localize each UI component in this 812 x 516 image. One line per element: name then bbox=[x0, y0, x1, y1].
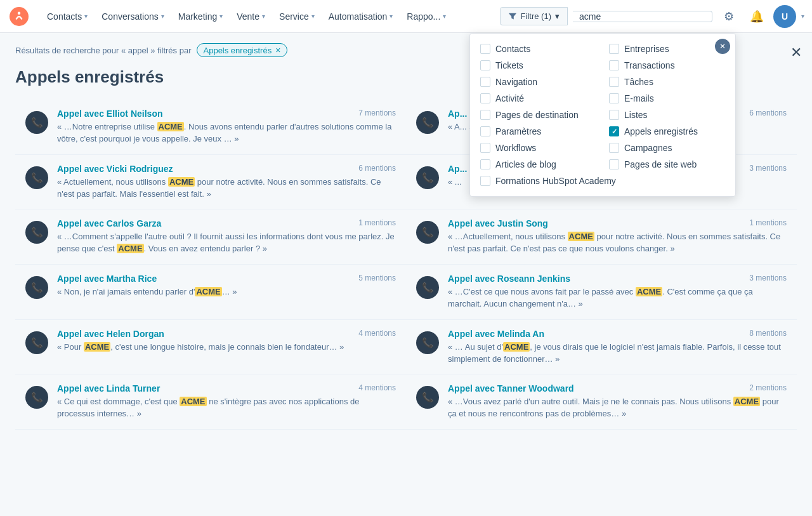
result-mentions: 4 mentions bbox=[358, 329, 396, 338]
filter-checkbox-contacts[interactable] bbox=[480, 44, 490, 54]
result-item[interactable]: 📞 Appel avec Carlos Garza 1 mentions « …… bbox=[15, 209, 406, 265]
result-mentions: 5 mentions bbox=[358, 274, 396, 282]
result-title[interactable]: Appel avec Elliot Neilson bbox=[57, 109, 163, 119]
result-title[interactable]: Appel avec Helen Dorgan bbox=[57, 329, 164, 339]
result-title[interactable]: Appel avec Melinda An bbox=[448, 329, 544, 339]
highlight: ACME bbox=[84, 342, 110, 352]
result-item[interactable]: 📞 Appel avec Helen Dorgan 4 mentions « P… bbox=[15, 320, 406, 375]
filter-item-listes[interactable]: Listes bbox=[609, 110, 725, 120]
filter-item-navigation[interactable]: Navigation bbox=[480, 77, 596, 87]
filter-checkbox-campagnes[interactable] bbox=[609, 143, 619, 153]
nav-contacts[interactable]: Contacts ▾ bbox=[41, 8, 94, 25]
filter-label-listes: Listes bbox=[624, 110, 648, 120]
phone-icon: 📞 bbox=[416, 166, 439, 189]
search-input[interactable] bbox=[579, 11, 705, 22]
result-content: Appel avec Roseann Jenkins 3 mentions « … bbox=[448, 274, 787, 310]
filter-checkbox-entreprises[interactable] bbox=[609, 44, 619, 54]
breadcrumb-text: Résultats de recherche pour « appel » fi… bbox=[15, 46, 192, 55]
nav-automatisation[interactable]: Automatisation ▾ bbox=[322, 8, 400, 25]
filter-item-tickets[interactable]: Tickets bbox=[480, 60, 596, 70]
filter-item-taches[interactable]: Tâches bbox=[609, 77, 725, 87]
filter-checkbox-formations[interactable] bbox=[480, 176, 490, 186]
result-content: Appel avec Justin Song 1 mentions « …Act… bbox=[448, 218, 787, 255]
result-title[interactable]: Appel avec Carlos Garza bbox=[57, 218, 161, 228]
avatar-chevron[interactable]: ▾ bbox=[801, 13, 804, 20]
filter-checkbox-listes[interactable] bbox=[609, 110, 619, 120]
nav-rapports[interactable]: Rappo... ▾ bbox=[400, 8, 452, 25]
result-title[interactable]: Appel avec Vicki Rodriguez bbox=[57, 164, 173, 174]
result-excerpt: « … Au sujet d'ACME, je vous dirais que … bbox=[448, 341, 787, 366]
result-item[interactable]: 📞 Appel avec Justin Song 1 mentions « …A… bbox=[406, 209, 797, 265]
result-mentions: 1 mentions bbox=[358, 218, 396, 227]
filter-checkbox-articles-blog[interactable] bbox=[480, 159, 490, 169]
filter-checkbox-parametres[interactable] bbox=[480, 126, 490, 136]
result-mentions: 6 mentions bbox=[358, 164, 396, 173]
filter-tag-label: Appels enregistrés bbox=[204, 46, 272, 55]
notifications-button[interactable]: 🔔 bbox=[745, 5, 768, 28]
result-title[interactable]: Ap... bbox=[448, 164, 467, 174]
filter-item-parametres[interactable]: Paramètres bbox=[480, 126, 596, 136]
filter-checkbox-pages-site[interactable] bbox=[609, 159, 619, 169]
result-title[interactable]: Appel avec Roseann Jenkins bbox=[448, 274, 570, 284]
filter-checkbox-transactions[interactable] bbox=[609, 60, 619, 70]
filter-label-taches: Tâches bbox=[624, 77, 653, 87]
filter-button[interactable]: Filtre (1) ▾ bbox=[500, 7, 568, 25]
filter-item-contacts[interactable]: Contacts bbox=[480, 44, 596, 54]
chevron-down-icon: ▾ bbox=[219, 13, 223, 20]
filter-checkbox-appels[interactable] bbox=[609, 126, 619, 136]
filter-tag-remove[interactable]: × bbox=[275, 45, 280, 55]
nav-vente[interactable]: Vente ▾ bbox=[230, 8, 272, 25]
result-item[interactable]: 📞 Appel avec Martha Rice 5 mentions « No… bbox=[15, 265, 406, 320]
filter-item-entreprises[interactable]: Entreprises bbox=[609, 44, 725, 54]
filter-item-formations[interactable]: Formations HubSpot Academy bbox=[480, 176, 725, 186]
filter-item-pages-site[interactable]: Pages de site web bbox=[609, 159, 725, 169]
close-panel-button[interactable]: ✕ bbox=[790, 44, 802, 61]
filter-checkbox-tickets[interactable] bbox=[480, 60, 490, 70]
filter-checkbox-taches[interactable] bbox=[609, 77, 619, 87]
nav-service[interactable]: Service ▾ bbox=[273, 8, 321, 25]
result-content: Appel avec Tanner Woodward 2 mentions « … bbox=[448, 383, 787, 420]
nav-conversations[interactable]: Conversations ▾ bbox=[95, 8, 171, 25]
filter-tag[interactable]: Appels enregistrés × bbox=[197, 43, 288, 57]
settings-button[interactable]: ⚙ bbox=[717, 5, 740, 28]
filter-item-workflows[interactable]: Workflows bbox=[480, 143, 596, 153]
result-item[interactable]: 📞 Appel avec Tanner Woodward 2 mentions … bbox=[406, 374, 797, 430]
result-item[interactable]: 📞 Appel avec Melinda An 8 mentions « … A… bbox=[406, 320, 797, 375]
filter-checkbox-emails[interactable] bbox=[609, 93, 619, 103]
filter-checkbox-activite[interactable] bbox=[480, 93, 490, 103]
result-excerpt: « …Notre entreprise utilise ACME. Nous a… bbox=[57, 121, 396, 145]
filter-label-contacts: Contacts bbox=[495, 44, 530, 54]
filter-item-activite[interactable]: Activité bbox=[480, 93, 596, 103]
result-title[interactable]: Ap... bbox=[448, 109, 467, 119]
result-title[interactable]: Appel avec Martha Rice bbox=[57, 274, 157, 284]
highlight: ACME bbox=[117, 244, 143, 253]
result-header: Appel avec Carlos Garza 1 mentions bbox=[57, 218, 396, 228]
chevron-down-icon: ▾ bbox=[84, 13, 88, 20]
filter-label-articles-blog: Articles de blog bbox=[495, 159, 556, 169]
filter-item-pages-destination[interactable]: Pages de destination bbox=[480, 110, 596, 120]
filter-item-transactions[interactable]: Transactions bbox=[609, 60, 725, 70]
filter-label-workflows: Workflows bbox=[495, 143, 536, 153]
filter-checkbox-pages-destination[interactable] bbox=[480, 110, 490, 120]
result-item[interactable]: 📞 Appel avec Elliot Neilson 7 mentions «… bbox=[15, 100, 406, 155]
result-title[interactable]: Appel avec Justin Song bbox=[448, 218, 548, 228]
nav-marketing[interactable]: Marketing ▾ bbox=[172, 8, 229, 25]
filter-item-articles-blog[interactable]: Articles de blog bbox=[480, 159, 596, 169]
filter-close-button[interactable]: ✕ bbox=[715, 39, 730, 54]
result-header: Appel avec Martha Rice 5 mentions bbox=[57, 274, 396, 284]
avatar[interactable]: U bbox=[773, 5, 796, 28]
phone-icon: 📞 bbox=[25, 111, 48, 134]
result-title[interactable]: Appel avec Linda Turner bbox=[57, 383, 160, 394]
filter-checkbox-workflows[interactable] bbox=[480, 143, 490, 153]
result-title[interactable]: Appel avec Tanner Woodward bbox=[448, 383, 574, 394]
highlight: ACME bbox=[157, 122, 184, 131]
filter-item-appels[interactable]: Appels enregistrés bbox=[609, 126, 725, 136]
result-item[interactable]: 📞 Appel avec Vicki Rodriguez 6 mentions … bbox=[15, 155, 406, 210]
filter-item-campagnes[interactable]: Campagnes bbox=[609, 143, 725, 153]
filter-item-emails[interactable]: E-mails bbox=[609, 93, 725, 103]
phone-icon: 📞 bbox=[416, 331, 439, 354]
filter-checkbox-navigation[interactable] bbox=[480, 77, 490, 87]
result-item[interactable]: 📞 Appel avec Linda Turner 4 mentions « C… bbox=[15, 374, 406, 430]
result-item[interactable]: 📞 Appel avec Roseann Jenkins 3 mentions … bbox=[406, 265, 797, 320]
hubspot-logo[interactable] bbox=[8, 5, 30, 28]
